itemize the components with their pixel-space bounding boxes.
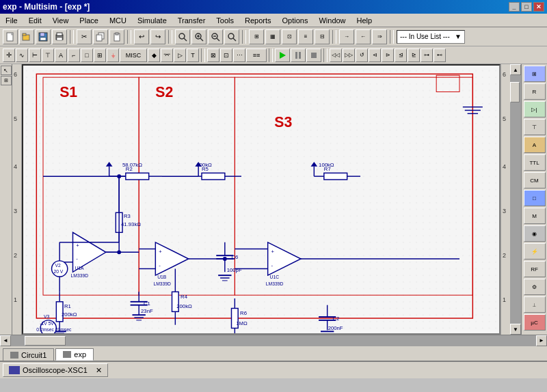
hier-tool[interactable]: □: [81, 48, 93, 62]
scroll-right-button[interactable]: ►: [536, 335, 547, 346]
place-comp-tool[interactable]: ▷: [174, 48, 186, 62]
menu-reports[interactable]: Reports: [239, 14, 277, 27]
junction-tool[interactable]: ⊤: [42, 48, 54, 62]
menu-file[interactable]: File: [0, 14, 23, 27]
tab-circuit1[interactable]: Circuit1: [3, 348, 54, 361]
zoom-out-button[interactable]: [208, 29, 223, 44]
zoom-in-button[interactable]: [191, 29, 206, 44]
comp-sources[interactable]: ⊞: [524, 66, 546, 82]
scroll-down-button[interactable]: ▼: [510, 324, 521, 335]
sim-step-back[interactable]: ◁◁: [330, 48, 342, 62]
menu-help[interactable]: Help: [351, 14, 378, 27]
comp-mech[interactable]: ⚙: [524, 279, 546, 295]
comp-misc-digital[interactable]: □: [524, 190, 546, 206]
current-probe-tool[interactable]: ≡≡: [246, 48, 267, 62]
netlabel-tool[interactable]: A: [55, 48, 67, 62]
open-button[interactable]: [19, 29, 34, 44]
save-button[interactable]: [36, 29, 51, 44]
scroll-left-button[interactable]: ◄: [0, 335, 11, 346]
connectors-tool[interactable]: ⊞: [94, 48, 106, 62]
tab-circuit1-label: Circuit1: [21, 351, 46, 359]
new-button[interactable]: [3, 29, 18, 44]
sim-t2[interactable]: ⊳: [382, 48, 394, 62]
forward-button[interactable]: ⇒: [372, 29, 387, 44]
paste-button[interactable]: [109, 29, 124, 44]
schematic-canvas[interactable]: S1 S2 S3 + - U1A LM339D: [22, 64, 501, 335]
sim-t3[interactable]: ⊴: [395, 48, 407, 62]
zoom-fit-button[interactable]: [224, 29, 239, 44]
menu-window[interactable]: Window: [313, 14, 351, 27]
comp-cmos[interactable]: CM: [524, 172, 546, 188]
scroll-thumb-h[interactable]: [25, 336, 66, 346]
oscilloscope-taskbar-button[interactable]: Oscilloscope-XSC1 ✕: [3, 363, 108, 377]
sim-t4[interactable]: ⊵: [408, 48, 420, 62]
bus-tool[interactable]: ⊢: [29, 48, 41, 62]
in-use-dropdown[interactable]: --- In Use List --- ▼: [397, 30, 465, 44]
run-button[interactable]: [275, 48, 290, 62]
comp-diodes[interactable]: ▷|: [524, 101, 546, 117]
sim-step-fwd[interactable]: ▷▷: [343, 48, 355, 62]
comp-transistors[interactable]: ⊤: [524, 119, 546, 135]
comp-analog[interactable]: A: [524, 137, 546, 153]
sim-t5[interactable]: ⊶: [421, 48, 433, 62]
close-button[interactable]: ✕: [533, 2, 544, 12]
left-pointer[interactable]: ↖: [1, 66, 12, 75]
comp-ttl[interactable]: TTL: [524, 154, 546, 171]
left-tool2[interactable]: ⊞: [1, 76, 12, 85]
transfer-button[interactable]: →: [339, 29, 354, 44]
stop-button[interactable]: [306, 48, 321, 62]
close-osc-button[interactable]: ✕: [96, 366, 102, 375]
scroll-up-button[interactable]: ▲: [510, 64, 521, 75]
postprocessor-button[interactable]: ≡: [298, 29, 313, 44]
scroll-thumb-v[interactable]: [510, 82, 520, 102]
sim-t6[interactable]: ⊷: [433, 48, 446, 62]
report2-button[interactable]: ⊟: [315, 29, 330, 44]
back-annotate-button[interactable]: ←: [356, 29, 371, 44]
power-tool[interactable]: ⏚: [107, 48, 119, 62]
print-button[interactable]: [52, 29, 67, 44]
svg-text:R4: R4: [181, 294, 188, 300]
copy-button[interactable]: [93, 29, 108, 44]
probe-tool[interactable]: ◆: [148, 48, 160, 62]
minimize-button[interactable]: _: [509, 2, 520, 12]
schematic-svg: S1 S2 S3 + - U1A LM339D: [23, 66, 499, 333]
menu-place[interactable]: Place: [74, 14, 104, 27]
annotate-tool[interactable]: ⋯: [233, 48, 245, 62]
menu-mcu[interactable]: MCU: [104, 14, 132, 27]
place-bus-tool2[interactable]: ⊠: [207, 48, 219, 62]
svg-point-162: [117, 174, 121, 178]
meas-probe-button[interactable]: ⊡: [282, 29, 297, 44]
left-toolbar: ↖ ⊞: [0, 64, 12, 335]
sim-reset[interactable]: ↺: [356, 48, 368, 62]
redo-button[interactable]: ↪: [150, 29, 165, 44]
maximize-button[interactable]: □: [521, 2, 532, 12]
place-text-tool[interactable]: T: [187, 48, 199, 62]
menu-view[interactable]: View: [47, 14, 75, 27]
cut-button[interactable]: ✂: [77, 29, 92, 44]
comp-mcu[interactable]: µC: [524, 314, 546, 331]
spice-button[interactable]: ⊞: [249, 29, 264, 44]
sim-t1[interactable]: ⊲: [369, 48, 381, 62]
zoom-area-button[interactable]: [175, 29, 190, 44]
undo-button[interactable]: ↩: [134, 29, 149, 44]
bus-entry-tool[interactable]: ⌐: [68, 48, 80, 62]
tab-exp[interactable]: exp: [55, 348, 94, 361]
misc-comp-tool[interactable]: MISC: [120, 48, 147, 62]
comp-rf[interactable]: RF: [524, 261, 546, 277]
virtual-comp-tool[interactable]: ⌤: [161, 48, 173, 62]
comp-power[interactable]: ⚡: [524, 243, 546, 260]
wire-tool[interactable]: ∿: [16, 48, 28, 62]
comp-basic[interactable]: R: [524, 83, 546, 100]
menu-options[interactable]: Options: [277, 14, 314, 27]
comp-connectors[interactable]: ⟂: [524, 296, 546, 313]
select-tool[interactable]: ✛: [3, 48, 15, 62]
menu-transfer[interactable]: Transfer: [172, 14, 211, 27]
menu-simulate[interactable]: Simulate: [132, 14, 172, 27]
menu-tools[interactable]: Tools: [211, 14, 239, 27]
menu-edit[interactable]: Edit: [23, 14, 47, 27]
comp-mixed[interactable]: M: [524, 208, 546, 224]
grapher-button[interactable]: ▦: [265, 29, 280, 44]
comp-indicators[interactable]: ◉: [524, 225, 546, 242]
view-tool2[interactable]: ⊡: [220, 48, 232, 62]
pause-button[interactable]: [291, 48, 306, 62]
